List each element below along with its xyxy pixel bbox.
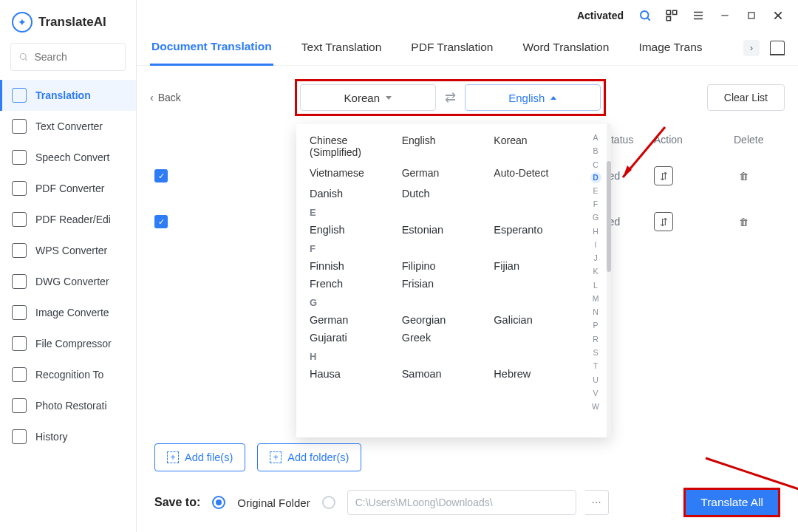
sidebar-item-dwg[interactable]: DWG Converter [0,266,136,297]
radio-original-folder[interactable] [212,496,225,509]
app-name: TranslateAI [38,15,106,30]
row-checkbox[interactable]: ✓ [154,215,168,228]
lang-option[interactable]: Frisian [402,278,480,290]
dropdown-scrollbar[interactable] [607,124,611,437]
swap-languages-icon[interactable]: ⇄ [445,89,456,106]
index-letter[interactable]: V [593,387,598,399]
minimize-icon[interactable] [718,9,732,22]
index-letter[interactable]: C [593,159,598,171]
delete-icon[interactable]: 🗑 [734,212,753,231]
lang-option[interactable]: French [310,278,387,290]
lang-option[interactable]: Esperanto [494,224,571,236]
lang-option[interactable]: Hebrew [494,368,571,380]
target-language-select[interactable]: English [465,84,601,111]
search-titlebar-icon[interactable] [638,9,652,22]
lang-option[interactable]: Chinese (Simplified) [310,134,387,158]
sidebar-item-image[interactable]: Image Converte [0,297,136,328]
tab-pdf[interactable]: PDF Translation [409,32,494,64]
lang-option[interactable]: Estonian [402,224,480,236]
clear-list-button[interactable]: Clear List [707,84,785,111]
lang-option[interactable]: Galician [494,314,571,326]
browse-path-button[interactable]: ··· [585,490,609,515]
lang-option[interactable]: Fijian [494,260,571,272]
index-letter[interactable]: U [593,374,598,386]
tabs-next-icon[interactable]: › [743,40,760,56]
tab-word[interactable]: Word Translation [521,32,610,64]
group-letter: H [310,351,571,362]
add-folder-button[interactable]: +Add folder(s) [257,443,361,471]
scrollbar-thumb[interactable] [607,161,611,272]
index-letter[interactable]: L [593,279,598,291]
index-letter[interactable]: T [593,360,598,372]
lang-option[interactable] [494,332,571,344]
lang-option[interactable]: English [310,224,387,236]
sidebar-item-pdf-converter[interactable]: PDF Converter [0,173,136,204]
lang-option[interactable]: Hausa [310,368,387,380]
index-letter[interactable]: F [593,198,598,210]
index-letter[interactable]: A [593,132,598,143]
tab-text[interactable]: Text Translation [300,32,383,64]
index-letter[interactable]: W [592,400,599,412]
index-letter[interactable]: S [593,347,598,358]
index-letter[interactable]: B [593,145,598,157]
radio-custom-path[interactable] [322,496,335,509]
sidebar-item-recognition[interactable]: Recognition To [0,359,136,390]
lang-option[interactable]: Dutch [402,188,480,200]
index-letter[interactable]: H [593,225,598,237]
activation-status: Activated [577,10,624,21]
search-input[interactable] [34,51,117,63]
sidebar-item-pdf-reader[interactable]: PDF Reader/Edi [0,204,136,235]
sidebar-item-photo[interactable]: Photo Restorati [0,390,136,421]
sidebar-item-history[interactable]: History [0,421,136,452]
lang-option[interactable]: Vietnamese [310,167,387,179]
lang-option[interactable]: Auto-Detect [494,167,571,179]
source-language-select[interactable]: Korean [300,84,436,111]
lang-option[interactable]: Samoan [402,368,480,380]
lang-option[interactable]: Danish [310,188,387,200]
back-button[interactable]: ‹ Back [150,92,181,103]
home-icon[interactable] [770,41,785,55]
translate-all-button[interactable]: Translate All [683,488,780,517]
save-path-field[interactable]: C:\Users\MLoong\Downloads\ [347,490,576,515]
alpha-index: ABCDEFGHIJKLMNPRSTUVW [584,124,607,437]
close-icon[interactable] [771,9,785,22]
index-letter[interactable]: G [593,211,598,223]
lang-option[interactable]: Filipino [402,260,480,272]
row-action-icon[interactable]: ⇵ [654,166,673,185]
sidebar-item-translation[interactable]: Translation [0,80,136,111]
index-letter[interactable]: R [593,333,598,345]
index-letter[interactable]: J [593,252,597,264]
row-action-icon[interactable]: ⇵ [654,212,673,231]
lang-option[interactable]: Georgian [402,314,480,326]
sidebar-item-wps[interactable]: WPS Converter [0,235,136,266]
index-letter[interactable]: P [593,319,598,331]
add-file-button[interactable]: +Add file(s) [154,443,245,471]
index-letter[interactable]: E [593,185,598,197]
tab-image[interactable]: Image Trans [637,32,703,64]
index-letter[interactable]: D [590,172,601,183]
lang-option[interactable]: German [310,314,387,326]
lang-option[interactable] [494,188,571,200]
tab-document[interactable]: Document Translation [150,31,273,66]
qr-icon[interactable] [665,9,678,22]
row-checkbox[interactable]: ✓ [154,169,168,183]
sidebar-item-speech-convert[interactable]: Speech Convert [0,142,136,173]
index-letter[interactable]: I [595,239,597,250]
lang-option[interactable]: Gujarati [310,332,387,344]
lang-option[interactable]: German [402,167,480,179]
lang-option[interactable] [494,278,571,290]
lang-option[interactable]: Korean [494,134,571,158]
pdf-icon [12,181,27,196]
index-letter[interactable]: K [593,265,598,277]
sidebar-item-text-converter[interactable]: Text Converter [0,111,136,142]
index-letter[interactable]: M [593,293,599,304]
menu-icon[interactable] [692,9,705,22]
index-letter[interactable]: N [593,306,598,318]
lang-option[interactable]: Greek [402,332,480,344]
sidebar-item-compressor[interactable]: File Compressor [0,328,136,359]
maximize-icon[interactable] [745,9,758,22]
delete-icon[interactable]: 🗑 [734,166,753,185]
sidebar-search[interactable] [10,43,126,71]
lang-option[interactable]: Finnish [310,260,387,272]
lang-option[interactable]: English [402,134,480,158]
